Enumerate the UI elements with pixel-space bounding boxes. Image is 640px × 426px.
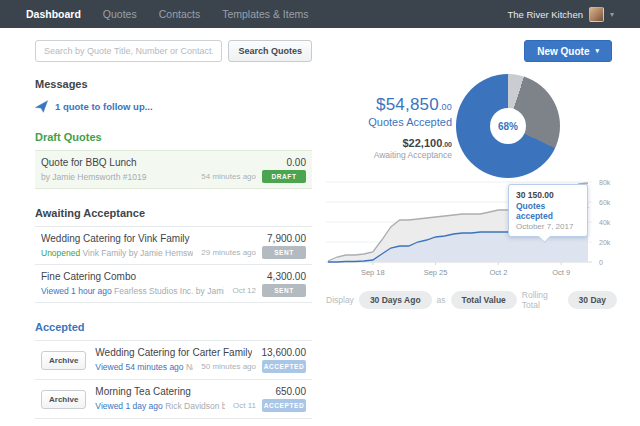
tooltip-date: October 7, 2017 (516, 222, 580, 231)
awaiting-total: $22,100.00 (328, 137, 452, 149)
follow-up-link-label: 1 quote to follow up... (55, 101, 153, 112)
range-select[interactable]: 30 Days Ago (359, 291, 432, 309)
quote-subtext: by Jamie Hemsworth #1019 (41, 172, 193, 182)
quote-title: Quote for BBQ Lunch (41, 157, 137, 168)
quote-time: 54 minutes ago (201, 172, 256, 181)
messages-section: Messages 1 quote to follow up... (35, 78, 312, 113)
status-badge-sent: SENT (262, 246, 306, 259)
svg-text:0: 0 (599, 259, 603, 266)
quote-time: 29 minutes ago (201, 248, 256, 257)
chevron-down-icon: ▾ (610, 10, 614, 19)
follow-up-link[interactable]: 1 quote to follow up... (35, 100, 312, 113)
quote-title: Fine Catering Combo (41, 271, 136, 282)
chart-controls: Display 30 Days Ago as Total Value Rolli… (326, 290, 622, 310)
status-badge-draft: DRAFT (262, 170, 306, 183)
quote-amount: 13,600.00 (262, 347, 307, 358)
tooltip-value: 30 150.00 (516, 190, 580, 200)
new-quote-label: New Quote (537, 46, 589, 57)
awaiting-acceptance-heading: Awaiting Acceptance (35, 207, 312, 219)
svg-text:80k: 80k (599, 179, 611, 186)
accepted-heading: Accepted (35, 321, 312, 333)
rolling-total-label: Rolling Total (522, 290, 563, 310)
search-input[interactable] (35, 40, 222, 62)
quote-totals: $54,850.00 Quotes Accepted $22,100.00 Aw… (328, 95, 452, 160)
quote-row-accepted[interactable]: Archive Morning Tea Catering 650.00 View… (35, 380, 312, 419)
svg-text:40k: 40k (599, 219, 611, 226)
paper-plane-icon (35, 100, 48, 113)
quote-time: 50 minutes ago (201, 362, 256, 371)
quote-row-sent[interactable]: Fine Catering Combo 4,300.00 Viewed 1 ho… (35, 265, 312, 303)
nav-item-contacts[interactable]: Contacts (159, 8, 200, 20)
status-badge-sent: SENT (262, 284, 306, 297)
quote-time: Oct 12 (232, 286, 256, 295)
quote-subtext: Unopened Vink Family by Jamie Hemsworth … (41, 248, 193, 258)
quote-row-draft[interactable]: Quote for BBQ Lunch 0.00 by Jamie Hemswo… (35, 151, 312, 189)
accepted-total-label: Quotes Accepted (328, 116, 452, 128)
quote-row-accepted[interactable]: Archive Supreme Catering for Scarlett's … (35, 419, 312, 426)
dashboard-page: Dashboard Quotes Contacts Templates & It… (0, 0, 640, 426)
quote-search-bar: Search Quotes (35, 40, 312, 62)
svg-text:Oct 9: Oct 9 (552, 268, 570, 277)
quote-time: Oct 11 (233, 401, 256, 410)
account-avatar (589, 7, 604, 22)
awaiting-total-label: Awaiting Acceptance (328, 150, 452, 160)
display-label: Display (326, 295, 354, 305)
accepted-section: Accepted Archive Wedding Catering for Ca… (35, 321, 312, 426)
nav-menu: Dashboard Quotes Contacts Templates & It… (26, 8, 309, 20)
quote-title: Wedding Catering for Vink Family (41, 233, 190, 244)
tooltip-series-label: Quotes accepted (516, 201, 580, 221)
top-navbar: Dashboard Quotes Contacts Templates & It… (0, 0, 640, 28)
quote-subtext: Viewed 1 hour ago Fearless Studios Inc. … (41, 286, 224, 296)
svg-text:Sep 25: Sep 25 (424, 268, 448, 277)
accepted-total: $54,850.00 (328, 95, 452, 115)
quote-row-sent[interactable]: Wedding Catering for Vink Family 7,900.0… (35, 227, 312, 265)
viewed-link[interactable]: Viewed 1 day ago (95, 401, 162, 411)
svg-text:60k: 60k (599, 199, 611, 206)
svg-text:20k: 20k (599, 239, 611, 246)
acceptance-donut-chart: 68% (456, 74, 560, 178)
draft-quotes-section: Draft Quotes Quote for BBQ Lunch 0.00 by… (35, 131, 312, 189)
chevron-down-icon: ▾ (595, 47, 599, 55)
new-quote-button[interactable]: New Quote ▾ (524, 40, 612, 62)
viewed-link[interactable]: Viewed 54 minutes ago (95, 362, 183, 372)
search-quotes-button[interactable]: Search Quotes (228, 40, 312, 62)
svg-text:Sep 18: Sep 18 (361, 268, 385, 277)
as-label: as (437, 295, 446, 305)
quote-amount: 650.00 (275, 386, 306, 397)
quotes-trend-chart: 80k60k40k20k0Sep 18Sep 25Oct 2Oct 9 30 1… (326, 176, 626, 288)
nav-item-dashboard[interactable]: Dashboard (26, 8, 81, 20)
messages-heading: Messages (35, 78, 312, 90)
quote-title: Morning Tea Catering (95, 386, 190, 397)
quote-amount: 7,900.00 (267, 233, 306, 244)
quote-amount: 0.00 (287, 157, 306, 168)
nav-item-quotes[interactable]: Quotes (103, 8, 137, 20)
quotes-list-column: Search Quotes Messages 1 quote to follow… (35, 40, 312, 426)
draft-quotes-heading: Draft Quotes (35, 131, 312, 143)
quote-title: Wedding Catering for Carter Family (95, 347, 252, 358)
chart-tooltip: 30 150.00 Quotes accepted October 7, 201… (508, 184, 588, 237)
quote-subtext: Viewed 54 minutes ago Nathan Carter by J… (95, 362, 193, 372)
quote-row-accepted[interactable]: Archive Wedding Catering for Carter Fami… (35, 341, 312, 380)
archive-button[interactable]: Archive (41, 351, 86, 370)
rolling-select[interactable]: 30 Day (568, 291, 617, 309)
donut-center-label: 68% (490, 108, 526, 144)
status-badge-accepted: ACCEPTED (262, 399, 306, 412)
awaiting-acceptance-section: Awaiting Acceptance Wedding Catering for… (35, 207, 312, 303)
svg-text:Oct 2: Oct 2 (489, 268, 507, 277)
unopened-label: Unopened (41, 248, 80, 258)
mode-select[interactable]: Total Value (451, 291, 517, 309)
nav-item-templates-items[interactable]: Templates & Items (222, 8, 308, 20)
viewed-link[interactable]: Viewed 1 hour ago (41, 286, 112, 296)
status-badge-accepted: ACCEPTED (262, 360, 306, 373)
account-menu[interactable]: The River Kitchen ▾ (507, 7, 614, 22)
quote-subtext: Viewed 1 day ago Rick Davidson by Jamie … (95, 401, 225, 411)
account-name: The River Kitchen (507, 9, 583, 20)
archive-button[interactable]: Archive (41, 390, 86, 409)
quote-amount: 4,300.00 (267, 271, 306, 282)
